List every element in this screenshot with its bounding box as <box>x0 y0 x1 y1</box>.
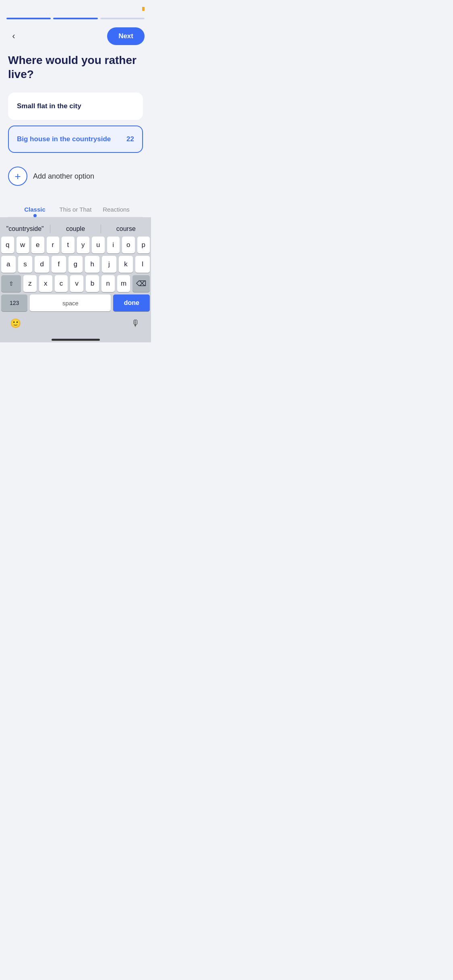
main-content: Where would you rather live? Small flat … <box>0 53 151 217</box>
done-key[interactable]: done <box>113 294 150 311</box>
tab-classic[interactable]: Classic <box>14 200 55 217</box>
key-v[interactable]: v <box>70 275 83 292</box>
header: ‹ Next <box>0 23 151 53</box>
numbers-key[interactable]: 123 <box>1 294 27 311</box>
autocomplete-item-2[interactable]: couple <box>50 224 100 234</box>
key-z[interactable]: z <box>23 275 37 292</box>
key-o[interactable]: o <box>122 237 135 253</box>
key-l[interactable]: l <box>135 256 150 273</box>
key-d[interactable]: d <box>35 256 49 273</box>
home-bar <box>52 339 100 341</box>
keyboard-row-1: q w e r t y u i o p <box>0 237 151 253</box>
tab-this-or-that[interactable]: This or That <box>55 200 96 217</box>
space-key[interactable]: space <box>30 294 111 311</box>
key-g[interactable]: g <box>68 256 83 273</box>
option-countryside-content: Big house in the countryside 22 <box>17 135 134 143</box>
back-arrow-icon: ‹ <box>12 31 15 41</box>
page-title: Where would you rather live? <box>8 53 143 81</box>
mic-icon: 🎙 <box>131 318 140 329</box>
keyboard-row-2: a s d f g h j k l <box>0 256 151 273</box>
progress-segment-2 <box>53 18 97 19</box>
progress-segment-1 <box>6 18 51 19</box>
back-button[interactable]: ‹ <box>6 29 21 43</box>
autocomplete-row: "countryside" couple course <box>0 220 151 237</box>
add-option-label: Add another option <box>33 172 94 181</box>
key-a[interactable]: a <box>1 256 16 273</box>
key-r[interactable]: r <box>47 237 60 253</box>
option-city[interactable]: Small flat in the city <box>8 93 143 120</box>
plus-icon: + <box>14 171 21 181</box>
mic-button[interactable]: 🎙 <box>128 316 143 331</box>
autocomplete-item-1[interactable]: "countryside" <box>0 224 50 234</box>
key-x[interactable]: x <box>39 275 52 292</box>
key-q[interactable]: q <box>1 237 14 253</box>
key-i[interactable]: i <box>107 237 120 253</box>
bottom-row: 🙂 🎙 <box>0 314 151 336</box>
option-city-content: Small flat in the city <box>17 102 134 110</box>
delete-key[interactable]: ⌫ <box>132 275 150 292</box>
key-c[interactable]: c <box>55 275 68 292</box>
emoji-button[interactable]: 🙂 <box>8 316 23 331</box>
key-t[interactable]: t <box>62 237 74 253</box>
option-city-label: Small flat in the city <box>17 102 81 110</box>
status-icons <box>142 7 145 11</box>
shift-key[interactable]: ⇧ <box>1 275 21 292</box>
add-option-circle: + <box>8 167 27 186</box>
progress-segment-3 <box>100 18 145 19</box>
keyboard: "countryside" couple course q w e r t y … <box>0 217 151 342</box>
key-f[interactable]: f <box>52 256 66 273</box>
option-countryside[interactable]: Big house in the countryside 22 <box>8 126 143 153</box>
tab-reactions[interactable]: Reactions <box>96 200 137 217</box>
key-e[interactable]: e <box>31 237 44 253</box>
progress-bar <box>0 18 151 19</box>
key-j[interactable]: j <box>102 256 116 273</box>
battery-icon <box>142 7 145 11</box>
key-w[interactable]: w <box>17 237 29 253</box>
key-p[interactable]: p <box>137 237 150 253</box>
emoji-icon: 🙂 <box>10 318 21 329</box>
autocomplete-item-3[interactable]: course <box>101 224 151 234</box>
home-indicator <box>0 336 151 342</box>
delete-icon: ⌫ <box>136 279 146 288</box>
key-s[interactable]: s <box>18 256 33 273</box>
key-m[interactable]: m <box>117 275 130 292</box>
add-option-button[interactable]: + Add another option <box>8 159 143 194</box>
key-k[interactable]: k <box>119 256 133 273</box>
key-b[interactable]: b <box>86 275 99 292</box>
status-bar <box>0 0 151 18</box>
option-countryside-label: Big house in the countryside <box>17 135 111 143</box>
key-y[interactable]: y <box>77 237 90 253</box>
keyboard-row-4: 123 space done <box>0 294 151 311</box>
key-n[interactable]: n <box>101 275 115 292</box>
key-h[interactable]: h <box>85 256 99 273</box>
tab-bar: Classic This or That Reactions <box>8 200 143 217</box>
keyboard-row-3: ⇧ z x c v b n m ⌫ <box>0 275 151 292</box>
next-button[interactable]: Next <box>107 27 145 45</box>
option-countryside-count: 22 <box>126 135 134 143</box>
key-u[interactable]: u <box>92 237 105 253</box>
